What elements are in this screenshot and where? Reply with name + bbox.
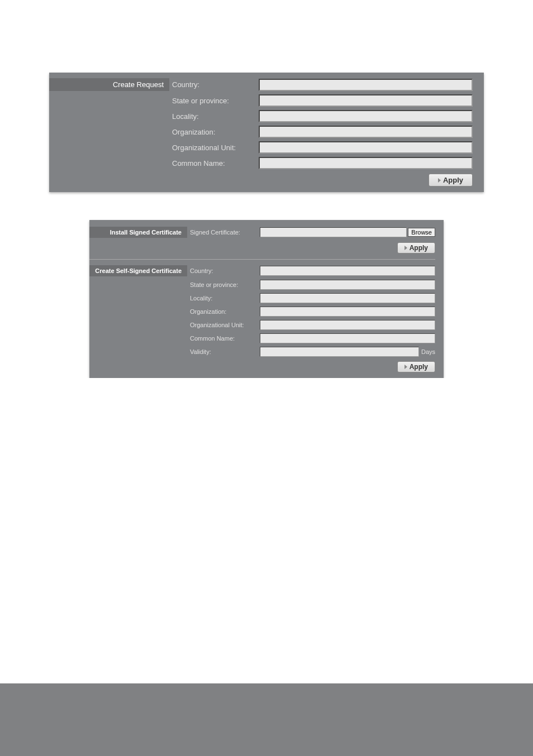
locality-label: Locality: [169, 112, 259, 121]
signed-cert-label: Signed Certificate: [187, 229, 260, 236]
country-input[interactable] [259, 79, 473, 91]
common-name-label: Common Name: [169, 159, 259, 168]
signed-cert-path-input[interactable] [260, 227, 407, 237]
ss-locality-label: Locality: [187, 295, 260, 302]
create-request-header: Create Request [49, 78, 169, 91]
state-label: State or province: [169, 97, 259, 105]
ss-organization-label: Organization: [187, 308, 260, 315]
ss-common-name-label: Common Name: [187, 335, 260, 342]
country-label: Country: [169, 80, 259, 89]
ss-validity-input[interactable] [260, 347, 419, 357]
ss-organization-input[interactable] [260, 307, 435, 317]
ss-common-name-input[interactable] [260, 333, 435, 343]
locality-input[interactable] [259, 110, 473, 122]
browse-button[interactable]: Browse [408, 228, 435, 237]
org-unit-label: Organizational Unit: [169, 143, 259, 152]
ss-org-unit-input[interactable] [260, 320, 435, 330]
divider [89, 259, 435, 260]
ss-state-input[interactable] [260, 280, 435, 290]
organization-label: Organization: [169, 128, 259, 136]
self-signed-header: Create Self-Signed Certificate [89, 265, 187, 276]
ss-country-input[interactable] [260, 266, 435, 276]
ss-state-label: State or province: [187, 281, 260, 288]
state-input[interactable] [259, 94, 473, 107]
apply-button-create-request[interactable]: Apply [429, 174, 473, 186]
apply-button-install[interactable]: Apply [397, 242, 435, 253]
common-name-input[interactable] [259, 157, 473, 169]
certificate-panel: Install Signed Certificate Signed Certif… [89, 220, 444, 378]
validity-suffix: Days [421, 348, 435, 355]
apply-button-selfsigned[interactable]: Apply [397, 361, 435, 372]
ss-validity-label: Validity: [187, 348, 260, 355]
organization-input[interactable] [259, 126, 473, 138]
ss-country-label: Country: [187, 267, 260, 274]
create-request-panel: Create Request Country: State or provinc… [49, 73, 484, 192]
org-unit-input[interactable] [259, 141, 473, 154]
ss-org-unit-label: Organizational Unit: [187, 322, 260, 328]
ss-locality-input[interactable] [260, 293, 435, 303]
install-cert-header: Install Signed Certificate [89, 227, 187, 238]
